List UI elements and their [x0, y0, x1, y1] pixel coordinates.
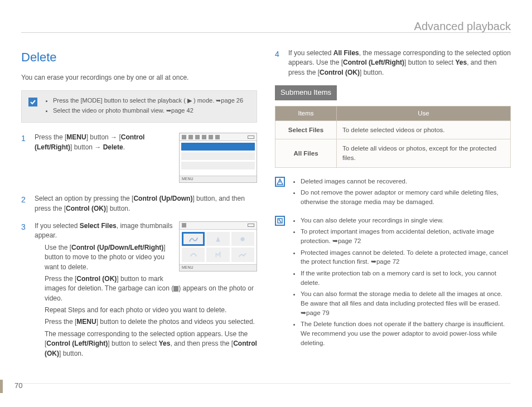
section-title: Advanced playback [414, 18, 511, 35]
page-title: Delete [21, 49, 257, 66]
note-box: Press the [MODE] button to select the pl… [21, 90, 257, 123]
right-column: 4 If you selected All Files, the message… [275, 49, 511, 366]
note-item: Select the video or photo thumbnail view… [53, 106, 243, 115]
warning-block: Deleted images cannot be recovered. Do n… [275, 177, 511, 209]
trash-icon [173, 286, 178, 292]
table-row: All Files To delete all videos or photos… [275, 139, 511, 167]
submenu-heading: Submenu Items [275, 85, 337, 100]
table-header-use: Use [337, 106, 511, 121]
warning-icon [275, 177, 285, 187]
battery-icon [248, 135, 254, 139]
footer-rule [19, 383, 511, 384]
step-number: 1 [21, 133, 29, 186]
tip-item: Protected images cannot be deleted. To d… [301, 248, 511, 267]
note-item: Press the [MODE] button to select the pl… [53, 96, 243, 105]
page-number: 70 [0, 381, 22, 391]
header-divider: Advanced playback [21, 32, 511, 33]
step-number: 4 [275, 49, 283, 77]
lcd-figure-thumbnails: MENU [179, 221, 257, 272]
table-header-items: Items [275, 106, 337, 121]
check-icon [28, 98, 37, 106]
tips-block: You can also delete your recordings in s… [275, 216, 511, 350]
tip-item: If the write protection tab on a memory … [301, 269, 511, 287]
note-icon [275, 216, 285, 226]
warning-item: Deleted images cannot be recovered. [301, 177, 511, 186]
left-column: Delete You can erase your recordings one… [21, 49, 257, 366]
step-4: 4 If you selected All Files, the message… [275, 49, 511, 77]
warning-item: Do not remove the power adaptor or memor… [301, 188, 511, 206]
step-number: 2 [21, 194, 29, 214]
tip-item: You can also format the storage media to… [301, 289, 511, 317]
step-1: 1 MENU Pr [21, 133, 257, 186]
fig-menu-label: MENU [180, 176, 257, 182]
tip-item: You can also delete your recordings in s… [301, 216, 511, 225]
submenu-table: Items Use Select Files To delete selecte… [275, 106, 511, 168]
svg-point-0 [241, 237, 245, 241]
tip-item: To protect important images from acciden… [301, 227, 511, 245]
tip-item: The Delete function does not operate if … [301, 319, 511, 347]
table-row: Select Files To delete selected videos o… [275, 120, 511, 139]
fig-menu-label: MENU [180, 264, 257, 271]
battery-icon [248, 224, 254, 227]
intro-text: You can erase your recordings one by one… [21, 73, 257, 83]
lcd-figure-menu: MENU [179, 133, 257, 183]
step-2: 2 Select an option by pressing the [Cont… [21, 194, 257, 214]
page-number-bar: 70 [0, 381, 26, 391]
step-number: 3 [21, 221, 29, 358]
step-3: 3 [21, 221, 257, 358]
